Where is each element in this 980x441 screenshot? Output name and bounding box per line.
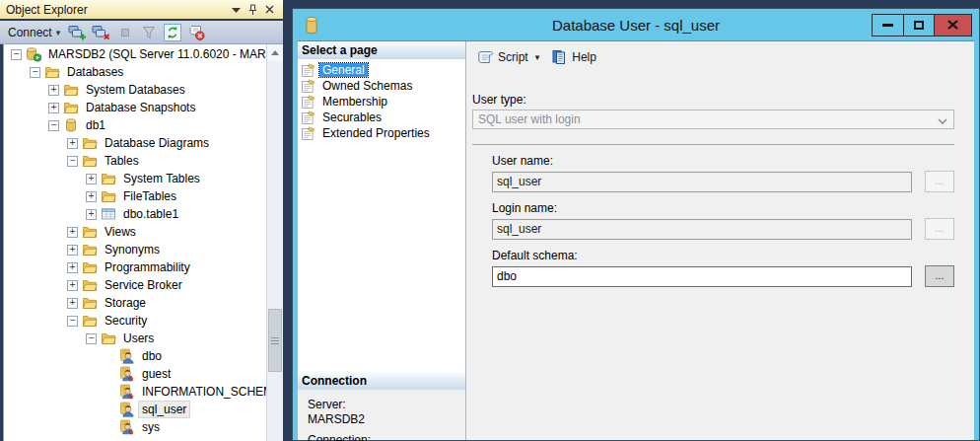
tree-item-database-snapshots[interactable]: +Database Snapshots <box>5 99 266 116</box>
page-item-securables[interactable]: Securables <box>298 110 465 125</box>
object-explorer-titlebar: Object Explorer <box>0 0 283 19</box>
dialog-left-pane: Select a page GeneralOwned SchemasMember… <box>298 41 466 440</box>
tree-item-db1[interactable]: −db1 <box>5 116 266 134</box>
collapse-icon[interactable]: − <box>86 333 97 344</box>
connect-button[interactable]: Connect ▾ <box>5 25 63 40</box>
page-item-membership[interactable]: Membership <box>298 94 465 110</box>
tree-item-filetables[interactable]: +FileTables <box>5 187 266 205</box>
tree-item-service-broker[interactable]: +Service Broker <box>5 276 266 294</box>
tree-item-label: Security <box>102 313 150 329</box>
tree-item-synonyms[interactable]: +Synonyms <box>5 241 266 258</box>
expand-icon[interactable]: + <box>67 298 78 309</box>
tree-item-databases[interactable]: −Databases <box>5 63 266 81</box>
user-type-label: User type: <box>472 93 954 107</box>
refresh-icon[interactable] <box>163 24 181 41</box>
expand-icon[interactable]: + <box>67 245 78 256</box>
expand-icon[interactable]: + <box>48 103 59 113</box>
filter-icon[interactable] <box>139 24 158 41</box>
database-icon <box>63 117 79 133</box>
expand-icon[interactable]: + <box>48 85 59 96</box>
tree-item-label: Database Diagrams <box>102 135 212 151</box>
disconnect-script-icon[interactable] <box>186 24 205 41</box>
tree-item-tables[interactable]: −Tables <box>5 152 266 170</box>
page-item-label: Extended Properties <box>319 126 433 140</box>
collapse-icon[interactable]: − <box>48 120 59 131</box>
tree-item-dbo[interactable]: dbo <box>5 347 266 365</box>
disconnect-server-icon[interactable] <box>92 24 110 41</box>
tree-item-label: Programmability <box>102 259 193 275</box>
scroll-up-icon[interactable] <box>267 44 283 61</box>
tree-item-marsdb2-sql-server-11-0-6020-marsd[interactable]: −MARSDB2 (SQL Server 11.0.6020 - MARSD <box>5 45 266 63</box>
close-icon[interactable] <box>261 2 278 17</box>
pin-icon[interactable] <box>245 2 261 17</box>
user-name-browse-button[interactable]: ... <box>925 171 954 192</box>
login-name-field[interactable]: sql_user <box>492 219 912 240</box>
help-icon <box>550 49 568 65</box>
connect-server-icon[interactable] <box>68 24 87 41</box>
tree-item-sys[interactable]: sys <box>5 418 266 436</box>
maximize-button[interactable] <box>903 15 934 36</box>
folder-icon <box>82 259 98 275</box>
expand-icon[interactable]: + <box>86 174 97 184</box>
script-dropdown-icon[interactable]: ▾ <box>535 52 540 62</box>
folder-icon <box>82 277 98 293</box>
expand-icon[interactable]: + <box>86 209 97 220</box>
tree-item-label: Storage <box>102 295 149 311</box>
chevron-down-icon: ▾ <box>56 28 61 37</box>
tree-item-label: Views <box>102 224 139 240</box>
expand-icon[interactable]: + <box>67 262 78 273</box>
collapse-icon[interactable]: − <box>67 156 78 167</box>
minimize-icon <box>882 24 893 27</box>
tree-item-system-databases[interactable]: +System Databases <box>5 81 266 99</box>
page-item-extended-properties[interactable]: Extended Properties <box>298 125 465 141</box>
script-button[interactable]: Script <box>473 47 531 67</box>
maximize-icon <box>914 21 924 30</box>
user-name-field[interactable]: sql_user <box>492 172 912 192</box>
general-page-form: User type: SQL user with login User name… <box>466 73 974 296</box>
expand-icon[interactable]: + <box>86 191 97 202</box>
tree-item-users[interactable]: −Users <box>5 330 266 347</box>
default-schema-field[interactable]: dbo <box>492 266 912 287</box>
tree-item-sql-user[interactable]: sql_user <box>5 401 266 418</box>
tree-item-views[interactable]: +Views <box>5 223 266 241</box>
tree-item-programmability[interactable]: +Programmability <box>5 258 266 276</box>
collapse-icon[interactable]: − <box>30 67 40 78</box>
page-item-general[interactable]: General <box>298 62 465 78</box>
window-buttons <box>872 14 972 37</box>
tree-item-label: FileTables <box>120 188 179 204</box>
tree-item-information-schema[interactable]: INFORMATION_SCHEMA <box>5 383 266 401</box>
tree-item-database-diagrams[interactable]: +Database Diagrams <box>5 134 266 152</box>
page-icon <box>301 110 316 125</box>
login-name-label: Login name: <box>492 201 954 215</box>
page-item-label: General <box>319 63 368 77</box>
tree-item-label: MARSDB2 (SQL Server 11.0.6020 - MARSD <box>45 46 266 62</box>
window-position-icon[interactable] <box>228 2 245 17</box>
page-icon <box>301 95 316 110</box>
default-schema-browse-button[interactable]: ... <box>925 265 954 287</box>
login-name-browse-button[interactable]: ... <box>925 218 954 240</box>
expand-icon[interactable]: + <box>67 280 78 291</box>
dialog-titlebar[interactable]: Database User - sql_user <box>298 9 974 40</box>
collapse-icon[interactable]: − <box>11 49 22 60</box>
collapse-icon[interactable]: − <box>67 316 78 327</box>
tree-item-system-tables[interactable]: +System Tables <box>5 170 266 187</box>
object-explorer-title: Object Explorer <box>6 3 228 17</box>
stop-icon[interactable] <box>115 24 134 41</box>
tree-scrollbar[interactable] <box>266 44 283 441</box>
tree-item-guest[interactable]: guest <box>5 365 266 383</box>
page-item-owned-schemas[interactable]: Owned Schemas <box>298 78 465 94</box>
tree-item-security[interactable]: −Security <box>5 312 266 330</box>
connection-label: Connection: <box>308 433 465 441</box>
user-type-combobox[interactable]: SQL user with login <box>472 110 954 129</box>
tree-item-storage[interactable]: +Storage <box>5 294 266 312</box>
expand-icon[interactable]: + <box>67 138 78 149</box>
tree-item-dbo-table1[interactable]: +dbo.table1 <box>5 205 266 223</box>
connect-button-label: Connect <box>8 26 52 39</box>
server-value: MARSDB2 <box>308 412 465 427</box>
scrollbar-thumb[interactable] <box>268 309 282 372</box>
help-button[interactable]: Help <box>547 47 599 67</box>
form-separator <box>472 144 954 145</box>
minimize-button[interactable] <box>873 15 903 36</box>
close-button[interactable] <box>934 15 971 36</box>
expand-icon[interactable]: + <box>67 227 78 238</box>
